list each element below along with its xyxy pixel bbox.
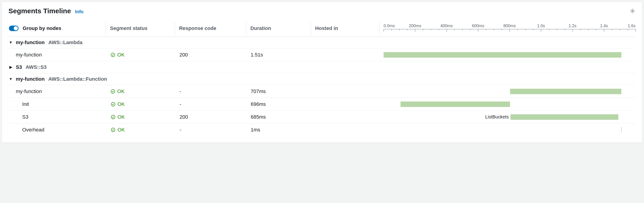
ruler-tick-label: 0.0ms	[384, 23, 395, 28]
svg-point-0	[632, 10, 634, 12]
ruler-minor-tick	[423, 29, 423, 30]
ruler-major-tick	[510, 29, 510, 32]
timeline-body: ▼my-functionAWS::Lambdamy-functionOK2001…	[8, 36, 636, 136]
ruler-tick-label: 400ms	[440, 23, 453, 28]
svg-point-2	[111, 89, 115, 93]
status-ok-icon	[110, 52, 116, 57]
segment-row[interactable]: OverheadOK-1ms	[8, 123, 636, 136]
segment-duration: 707ms	[250, 88, 311, 94]
ruler-minor-tick	[470, 29, 470, 30]
gantt-band	[384, 101, 636, 107]
divider	[311, 22, 311, 35]
segment-name: Init	[8, 101, 106, 107]
svg-point-1	[111, 53, 115, 57]
segment-duration: 1ms	[251, 127, 311, 133]
divider	[106, 22, 106, 35]
group-by-nodes-label: Group by nodes	[23, 25, 62, 31]
ruler-minor-tick	[525, 29, 526, 30]
ruler-minor-tick	[612, 29, 612, 30]
ruler-minor-tick	[486, 29, 486, 30]
segment-status: OK	[110, 127, 176, 133]
status-ok-icon	[110, 115, 116, 120]
gantt-band	[384, 127, 636, 133]
group-header-row[interactable]: ▼my-functionAWS::Lambda	[8, 36, 636, 48]
column-header-hosted-in: Hosted in	[315, 25, 379, 31]
gantt-band	[384, 89, 636, 94]
segments-timeline-panel: Segments Timeline Info Group by nodes Se…	[2, 2, 642, 143]
ruler-major-tick	[572, 29, 573, 32]
segment-duration: 685ms	[251, 114, 311, 120]
segment-duration: 696ms	[251, 101, 311, 107]
group-type: AWS::Lambda::Function	[48, 76, 107, 82]
ruler-tick-label: 600ms	[472, 23, 484, 28]
ruler-minor-tick	[494, 29, 494, 30]
ruler-major-tick	[384, 29, 384, 32]
ruler-minor-tick	[407, 29, 408, 30]
segment-status: OK	[110, 52, 176, 58]
divider	[379, 22, 380, 35]
column-header-duration: Duration	[250, 25, 311, 31]
ruler-minor-tick	[628, 29, 628, 30]
ruler-major-tick	[415, 29, 415, 32]
segment-response-code: -	[180, 88, 247, 94]
segment-response-code: 200	[180, 52, 247, 58]
group-name: my-function	[16, 39, 45, 45]
gantt-band	[384, 52, 636, 58]
toggle-knob	[14, 26, 18, 30]
ruler-minor-tick	[565, 29, 565, 30]
segment-response-code: 200	[180, 114, 247, 120]
group-header-row[interactable]: ▶S3AWS::S3	[8, 61, 636, 73]
divider	[175, 22, 175, 35]
ruler-tick-label: 200ms	[409, 23, 421, 28]
segment-duration: 1.51s	[250, 52, 311, 58]
column-header-response-code: Response code	[179, 25, 246, 31]
segment-name: my-function	[8, 88, 106, 94]
gantt-bar	[384, 52, 621, 58]
ruler-minor-tick	[517, 29, 518, 30]
ruler-tick-label: 1.0s	[537, 23, 545, 28]
ruler-minor-tick	[439, 29, 439, 30]
chevron-down-icon: ▼	[8, 77, 13, 81]
segment-status: OK	[110, 101, 176, 107]
ruler-major-tick	[541, 29, 541, 32]
gear-icon	[630, 8, 636, 14]
ruler-tick-label: 800ms	[504, 23, 516, 28]
ruler-minor-tick	[502, 29, 502, 30]
segment-row[interactable]: my-functionOK2001.51s	[8, 48, 636, 61]
ruler-minor-tick	[454, 29, 454, 30]
gantt-bar	[621, 127, 622, 133]
settings-button[interactable]	[630, 8, 636, 14]
status-ok-icon	[110, 102, 116, 107]
gantt-bar-label: ListBuckets	[485, 114, 510, 120]
gantt-band: ListBuckets	[384, 114, 636, 120]
segment-name: Overhead	[8, 127, 106, 133]
segment-name: my-function	[8, 52, 106, 58]
segment-row[interactable]: InitOK-696ms	[8, 98, 636, 110]
panel-header: Segments Timeline Info	[8, 7, 636, 15]
ruler-tick-label: 1.2s	[569, 23, 576, 28]
ruler-minor-tick	[549, 29, 549, 30]
group-by-nodes-toggle[interactable]	[9, 26, 18, 31]
ruler-minor-tick	[533, 29, 534, 30]
divider	[246, 22, 246, 35]
ruler-minor-tick	[431, 29, 431, 30]
segment-row[interactable]: S3OK200685msListBuckets	[8, 110, 636, 123]
segment-row[interactable]: my-functionOK-707ms	[8, 85, 636, 98]
column-header-status: Segment status	[110, 25, 175, 31]
group-header-row[interactable]: ▼my-functionAWS::Lambda::Function	[8, 73, 636, 85]
group-type: AWS::Lambda	[48, 39, 82, 45]
gantt-bar	[510, 89, 621, 94]
svg-point-3	[111, 102, 115, 106]
info-link[interactable]: Info	[75, 9, 84, 14]
ruler-major-tick	[636, 29, 636, 32]
segment-response-code: -	[180, 101, 247, 107]
gantt-bar	[510, 114, 618, 120]
ruler-tick-label: 1.4s	[600, 23, 608, 28]
status-ok-icon	[110, 127, 116, 132]
ruler-minor-tick	[400, 29, 400, 30]
segment-status: OK	[110, 114, 176, 120]
chevron-right-icon: ▶	[8, 65, 13, 69]
svg-point-4	[111, 115, 115, 119]
chevron-down-icon: ▼	[8, 40, 13, 45]
ruler-minor-tick	[557, 29, 557, 30]
